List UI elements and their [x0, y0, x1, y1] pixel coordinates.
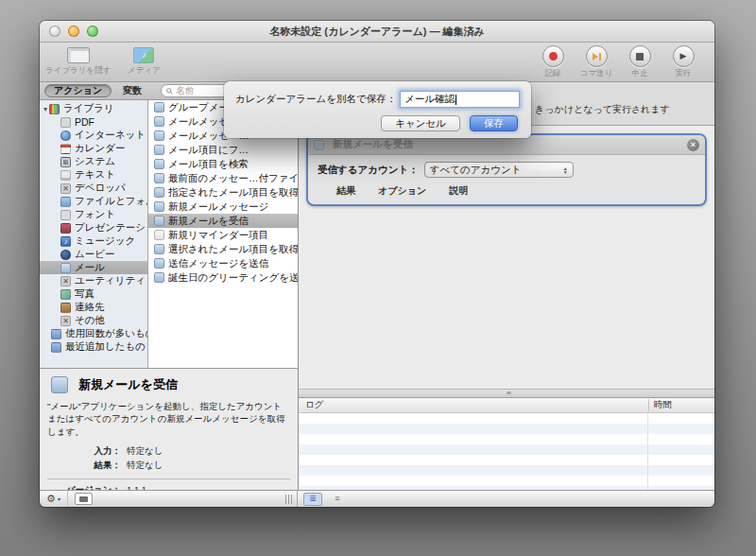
action-item-label: 新規リマインダー項目	[168, 229, 268, 242]
toolbar: ライブラリを隠す ♪ メディア 記録 コマ送り 中止 ▶ 実行	[40, 43, 714, 82]
action-item[interactable]: 送信メッセージを送信	[148, 256, 298, 270]
results-toggle[interactable]: 結果	[336, 184, 355, 198]
mail-action-icon	[154, 201, 164, 212]
save-button[interactable]: 保存	[470, 115, 518, 131]
search-placeholder: 名前	[176, 86, 194, 96]
sidebar-item-movies[interactable]: ムービー	[40, 248, 147, 261]
sidebar-item-utilities[interactable]: ✕ユーティリティ	[40, 274, 147, 287]
mail-action-icon	[154, 272, 164, 283]
sidebar-item-label: 最近追加したもの	[65, 340, 146, 354]
action-description-panel: 新規メールを受信 "メール"アプリケーションを起動し、指定したアカウントまたはす…	[40, 368, 298, 490]
workflow-hint-text: きっかけとなって実行されます	[535, 103, 670, 116]
time-column-header[interactable]: 時間	[648, 399, 714, 411]
log-list-view-button[interactable]: ≣	[303, 493, 322, 506]
action-item-label: 最前面のメッセー…付ファイルを追加	[168, 172, 298, 185]
sidebar-item-developer[interactable]: ✕デベロッパ	[40, 182, 147, 195]
smart-folder-icon-1	[51, 329, 61, 339]
sidebar-item-label: 連絡先	[75, 301, 105, 314]
workflow-action-block[interactable]: 新規メールを受信 × 受信するアカウント： すべてのアカウント ▲▼ 結果 オプ…	[306, 133, 707, 206]
sidebar-item-music[interactable]: ♪ミュージック	[40, 235, 147, 248]
close-action-icon[interactable]: ×	[687, 139, 699, 151]
action-menu-button[interactable]: ⚙ ▾	[40, 491, 68, 507]
library-sidebar: ▾ ライブラリ PDF インターネット カレンダー システム テキスト ✕デベロ…	[40, 100, 148, 368]
sidebar-item-label: システム	[75, 155, 115, 168]
disclosure-triangle-icon[interactable]: ▾	[43, 105, 47, 113]
log-splitter-handle[interactable]	[299, 389, 714, 398]
step-button[interactable]: コマ送り	[575, 45, 618, 79]
splitter-nub	[507, 391, 511, 394]
sidebar-item-most-used[interactable]: 使用回数が多いもの	[40, 327, 147, 340]
mail-action-icon	[154, 130, 164, 141]
utilities-icon: ✕	[60, 276, 71, 287]
actions-list: グループメーラ… メールメッセー… メールメッセー… メール項目にフ… メール項…	[148, 100, 298, 368]
action-item[interactable]: 選択されたメール項目を取得	[148, 242, 298, 256]
automator-window: 名称未設定 (カレンダーアラーム) — 編集済み ライブラリを隠す ♪ メディア…	[40, 21, 714, 507]
options-toggle[interactable]: オプション	[378, 184, 426, 198]
sidebar-item-fonts[interactable]: フォント	[40, 208, 147, 221]
media-button[interactable]: ♪ メディア	[122, 45, 165, 77]
tab-actions[interactable]: アクション	[44, 84, 112, 97]
chevron-down-icon: ▾	[58, 495, 60, 502]
sidebar-item-calendar[interactable]: カレンダー	[40, 142, 147, 155]
titlebar[interactable]: 名称未設定 (カレンダーアラーム) — 編集済み	[40, 21, 714, 43]
run-icon: ▶	[680, 52, 687, 61]
search-icon	[166, 88, 173, 95]
sidebar-item-label: ファイルとフォルダ	[75, 195, 147, 208]
calendar-icon	[60, 144, 71, 154]
sidebar-item-photos[interactable]: 写真	[40, 287, 147, 301]
action-item[interactable]: メール項目にフ…	[148, 143, 298, 157]
hide-library-button[interactable]: ライブラリを隠す	[45, 45, 111, 77]
description-toggle[interactable]: 説明	[449, 184, 468, 198]
sidebar-item-files-folders[interactable]: ファイルとフォルダ	[40, 195, 147, 208]
movies-icon	[60, 250, 71, 260]
action-item[interactable]: 新規メールメッセージ	[148, 200, 298, 214]
filename-input[interactable]: メール確認	[400, 91, 520, 108]
mail-action-icon-large	[51, 376, 68, 393]
hide-library-label: ライブラリを隠す	[45, 65, 111, 77]
sidebar-item-label: インターネット	[75, 129, 146, 142]
sidebar-item-label: 写真	[75, 287, 94, 301]
step-icon	[593, 53, 601, 61]
column-resize-handle[interactable]	[285, 491, 292, 507]
action-item[interactable]: 指定されたメール項目を取得	[148, 185, 298, 200]
sidebar-item-mail[interactable]: メール	[40, 261, 147, 274]
run-button[interactable]: ▶ 実行	[662, 45, 705, 79]
log-column-header[interactable]: ログ	[299, 399, 648, 411]
log-panel: ログ 時間	[299, 398, 714, 490]
sidebar-item-library[interactable]: ▾ ライブラリ	[40, 102, 147, 115]
save-dialog-label: カレンダーアラームを別名で保存：	[235, 93, 396, 106]
sidebar-item-other[interactable]: ✕その他	[40, 314, 147, 327]
stop-button[interactable]: 中止	[618, 45, 662, 79]
input-value: 特定なし	[127, 445, 290, 458]
record-label: 記録	[545, 68, 561, 79]
action-item[interactable]: メール項目を検索	[148, 157, 298, 171]
sidebar-item-label: ライブラリ	[63, 102, 114, 115]
action-item-label: 新規メールを受信	[168, 215, 249, 228]
action-item[interactable]: 最前面のメッセー…付ファイルを追加	[148, 171, 298, 185]
sidebar-item-presentation[interactable]: プレゼンテーション	[40, 221, 147, 235]
sidebar-item-label: テキスト	[75, 168, 115, 182]
account-popup-button[interactable]: すべてのアカウント ▲▼	[424, 162, 574, 178]
sidebar-item-contacts[interactable]: 連絡先	[40, 301, 147, 314]
sidebar-item-text[interactable]: テキスト	[40, 168, 147, 182]
sidebar-item-pdf[interactable]: PDF	[40, 115, 147, 129]
toggle-description-button[interactable]	[75, 493, 93, 505]
other-icon: ✕	[60, 316, 71, 326]
record-button[interactable]: 記録	[531, 45, 575, 79]
mail-action-icon	[154, 116, 164, 127]
mail-action-icon	[154, 258, 164, 269]
sidebar-item-system[interactable]: システム	[40, 155, 147, 168]
tab-variables[interactable]: 変数	[123, 84, 142, 97]
action-item-selected[interactable]: 新規メールを受信	[148, 214, 298, 228]
action-item[interactable]: 誕生日のグリーティングを送信	[148, 270, 298, 285]
sidebar-item-recently-added[interactable]: 最近追加したもの	[40, 340, 147, 354]
cancel-button[interactable]: キャンセル	[381, 115, 460, 131]
sidebar-item-label: ムービー	[75, 248, 115, 261]
log-compact-view-button[interactable]: ≡	[328, 493, 347, 506]
workflow-canvas[interactable]: 新規メールを受信 × 受信するアカウント： すべてのアカウント ▲▼ 結果 オプ…	[299, 126, 714, 389]
description-body: "メール"アプリケーションを起動し、指定したアカウントまたはすべてのアカウントの…	[47, 400, 290, 438]
action-block-header[interactable]: 新規メールを受信 ×	[308, 135, 705, 155]
sidebar-item-internet[interactable]: インターネット	[40, 129, 147, 142]
action-item[interactable]: 新規リマインダー項目	[148, 228, 298, 242]
action-block-title: 新規メールを受信	[333, 138, 413, 151]
